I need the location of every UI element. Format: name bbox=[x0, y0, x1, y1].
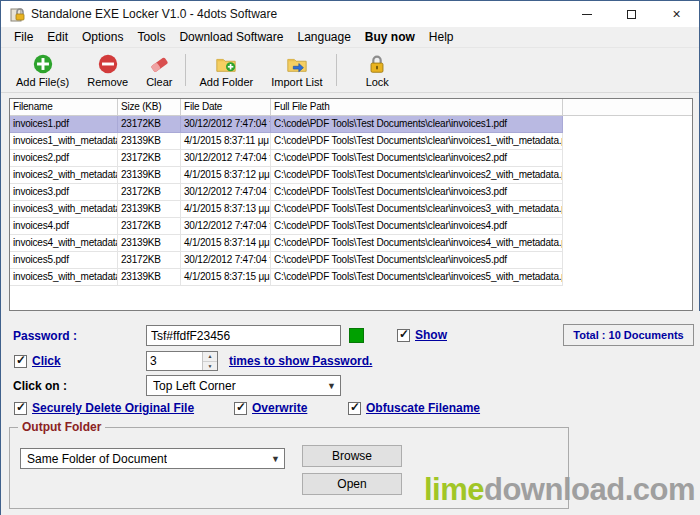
column-header[interactable]: File Date bbox=[181, 99, 271, 116]
menubar: FileEditOptionsToolsDownload SoftwareLan… bbox=[1, 27, 699, 48]
securely-delete-checkbox[interactable] bbox=[14, 402, 27, 415]
file-date-cell: 4/1/2015 8:37:13 μμ bbox=[181, 201, 271, 218]
file-row[interactable]: invoices3_with_metadata.pdf 23139KB 4/1/… bbox=[10, 201, 692, 218]
chevron-down-icon: ▼ bbox=[323, 381, 340, 391]
file-row[interactable]: invoices4_with_metadata.pdf 23139KB 4/1/… bbox=[10, 235, 692, 252]
column-header[interactable]: Size (KB) bbox=[118, 99, 181, 116]
browse-button[interactable]: Browse bbox=[302, 445, 402, 467]
file-row[interactable]: invoices5_with_metadata.pdf 23139KB 4/1/… bbox=[10, 269, 692, 286]
file-row-filler bbox=[563, 235, 692, 252]
column-header[interactable]: Filename bbox=[10, 99, 118, 116]
close-button[interactable]: × bbox=[654, 1, 699, 27]
show-label[interactable]: Show bbox=[415, 328, 447, 342]
spinner-down-button[interactable]: ▼ bbox=[203, 362, 217, 371]
lock-button[interactable]: Lock bbox=[357, 49, 398, 91]
output-folder-group: Output Folder Same Folder of Document ▼ … bbox=[9, 427, 569, 509]
obfuscate-filename-checkbox[interactable] bbox=[348, 402, 361, 415]
file-row-filler bbox=[563, 252, 692, 269]
lock-icon bbox=[366, 53, 388, 75]
menu-item-buy-now[interactable]: Buy now bbox=[358, 27, 422, 47]
file-row[interactable]: invoices1_with_metadata.pdf 23139KB 4/1/… bbox=[10, 133, 692, 150]
file-row-filler bbox=[563, 133, 692, 150]
toolbar-separator bbox=[336, 54, 337, 86]
file-row[interactable]: invoices2.pdf 23172KB 30/12/2012 7:47:04… bbox=[10, 150, 692, 167]
spinner-up-button[interactable]: ▲ bbox=[203, 352, 217, 362]
maximize-button[interactable] bbox=[609, 1, 654, 27]
file-row-filler bbox=[563, 184, 692, 201]
file-name-cell: invoices2_with_metadata.pdf bbox=[10, 167, 118, 184]
click-checkbox[interactable] bbox=[14, 355, 27, 368]
menu-item-language[interactable]: Language bbox=[290, 27, 357, 47]
obfuscate-filename-label[interactable]: Obfuscate Filename bbox=[366, 401, 480, 415]
output-folder-group-label: Output Folder bbox=[18, 420, 105, 434]
menu-item-file[interactable]: File bbox=[7, 27, 40, 47]
overwrite-label[interactable]: Overwrite bbox=[252, 401, 307, 415]
file-name-cell: invoices3.pdf bbox=[10, 184, 118, 201]
output-folder-dropdown[interactable]: Same Folder of Document ▼ bbox=[20, 448, 285, 469]
file-date-cell: 4/1/2015 8:37:15 μμ bbox=[181, 269, 271, 286]
password-input[interactable] bbox=[146, 325, 341, 346]
show-password-checkbox[interactable] bbox=[397, 329, 410, 342]
app-icon bbox=[9, 6, 25, 22]
column-header[interactable]: Full File Path bbox=[271, 99, 563, 116]
file-size-cell: 23139KB bbox=[118, 269, 181, 286]
minimize-icon bbox=[582, 14, 592, 15]
add-folder-button[interactable]: Add Folder bbox=[190, 49, 262, 91]
file-name-cell: invoices3_with_metadata.pdf bbox=[10, 201, 118, 218]
minimize-button[interactable] bbox=[564, 1, 609, 27]
file-size-cell: 23172KB bbox=[118, 218, 181, 235]
total-documents-status: Total : 10 Documents bbox=[563, 324, 694, 346]
file-path-cell: C:\code\PDF Tools\Test Documents\clear\i… bbox=[271, 218, 563, 235]
file-row[interactable]: invoices2_with_metadata.pdf 23139KB 4/1/… bbox=[10, 167, 692, 184]
titlebar: Standalone EXE Locker V1.0 - 4dots Softw… bbox=[1, 1, 699, 27]
click-times-input[interactable] bbox=[147, 352, 202, 370]
file-name-cell: invoices4_with_metadata.pdf bbox=[10, 235, 118, 252]
remove-icon bbox=[97, 53, 119, 75]
file-date-cell: 30/12/2012 7:47:04 πμ bbox=[181, 150, 271, 167]
file-row[interactable]: invoices4.pdf 23172KB 30/12/2012 7:47:04… bbox=[10, 218, 692, 235]
add-files-label: Add File(s) bbox=[16, 76, 69, 88]
file-row[interactable]: invoices1.pdf 23172KB 30/12/2012 7:47:04… bbox=[10, 116, 692, 133]
open-button[interactable]: Open bbox=[302, 473, 402, 495]
import-list-label: Import List bbox=[271, 76, 322, 88]
window-controls: × bbox=[564, 1, 699, 27]
overwrite-checkbox[interactable] bbox=[234, 402, 247, 415]
menu-item-help[interactable]: Help bbox=[422, 27, 461, 47]
file-name-cell: invoices1.pdf bbox=[10, 116, 118, 133]
lock-label: Lock bbox=[366, 76, 389, 88]
click-label[interactable]: Click bbox=[32, 354, 61, 368]
file-row[interactable]: invoices3.pdf 23172KB 30/12/2012 7:47:04… bbox=[10, 184, 692, 201]
menu-item-options[interactable]: Options bbox=[75, 27, 130, 47]
clear-label: Clear bbox=[146, 76, 172, 88]
remove-label: Remove bbox=[87, 76, 128, 88]
menu-item-edit[interactable]: Edit bbox=[40, 27, 75, 47]
file-path-cell: C:\code\PDF Tools\Test Documents\clear\i… bbox=[271, 201, 563, 218]
file-name-cell: invoices5_with_metadata.pdf bbox=[10, 269, 118, 286]
toolbar: Add File(s) Remove Clear Add Folder Imp bbox=[1, 48, 699, 93]
file-size-cell: 23172KB bbox=[118, 116, 181, 133]
file-row-filler bbox=[563, 201, 692, 218]
file-path-cell: C:\code\PDF Tools\Test Documents\clear\i… bbox=[271, 252, 563, 269]
file-row-filler bbox=[563, 167, 692, 184]
import-list-button[interactable]: Import List bbox=[262, 49, 331, 91]
menu-item-download-software[interactable]: Download Software bbox=[172, 27, 290, 47]
file-path-cell: C:\code\PDF Tools\Test Documents\clear\i… bbox=[271, 133, 563, 150]
remove-button[interactable]: Remove bbox=[78, 49, 137, 91]
column-header-filler bbox=[563, 99, 692, 116]
menu-item-tools[interactable]: Tools bbox=[130, 27, 172, 47]
maximize-icon bbox=[627, 10, 636, 19]
file-row-filler bbox=[563, 150, 692, 167]
file-row[interactable]: invoices5.pdf 23172KB 30/12/2012 7:47:04… bbox=[10, 252, 692, 269]
file-size-cell: 23139KB bbox=[118, 201, 181, 218]
click-on-dropdown[interactable]: Top Left Corner ▼ bbox=[146, 375, 341, 396]
output-folder-value: Same Folder of Document bbox=[27, 452, 167, 466]
add-files-button[interactable]: Add File(s) bbox=[7, 49, 78, 91]
file-size-cell: 23139KB bbox=[118, 133, 181, 150]
toolbar-separator bbox=[185, 54, 186, 86]
clear-button[interactable]: Clear bbox=[137, 49, 181, 91]
file-date-cell: 30/12/2012 7:47:04 πμ bbox=[181, 184, 271, 201]
times-to-show-password-label: times to show Password. bbox=[229, 354, 372, 368]
click-times-stepper: ▲ ▼ bbox=[146, 351, 218, 371]
securely-delete-label[interactable]: Securely Delete Original File bbox=[32, 401, 194, 415]
file-path-cell: C:\code\PDF Tools\Test Documents\clear\i… bbox=[271, 167, 563, 184]
